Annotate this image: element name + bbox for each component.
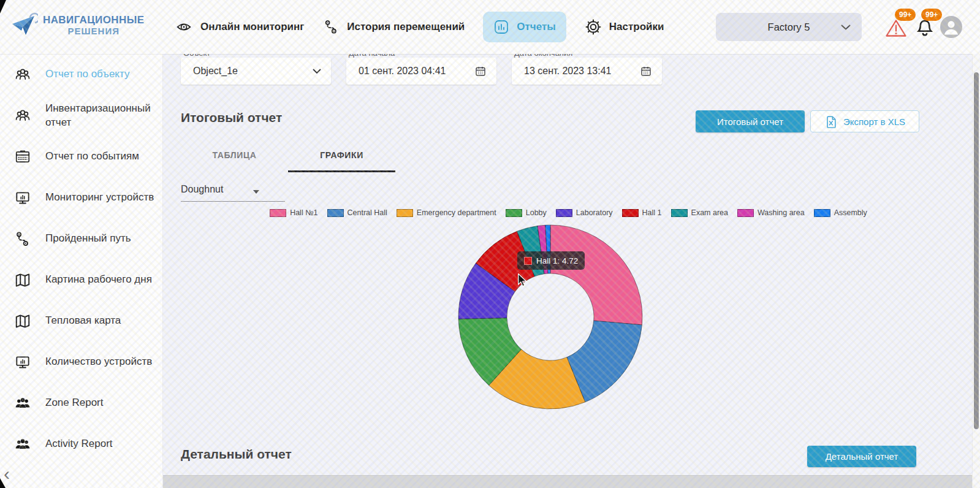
sidebar-item-events-report[interactable]: Отчет по событиям (0, 136, 162, 177)
gear-icon (585, 18, 602, 36)
nav-label: Отчеты (517, 21, 556, 33)
legend-label: Central Hall (348, 208, 387, 217)
tab-charts[interactable]: ГРАФИКИ (288, 141, 395, 169)
legend-swatch (622, 209, 639, 217)
chart-type-value: Doughnut (181, 184, 223, 194)
sidebar-item-label: Пройденный путь (45, 232, 157, 246)
factory-select-value: Factory 5 (768, 21, 810, 33)
bar-chart-icon (493, 19, 509, 35)
xls-file-icon (824, 115, 838, 129)
legend-label: Laboratory (576, 208, 613, 217)
content-area: Объект Дата начала Дата окончания Object… (163, 54, 980, 488)
active-tab-underline (288, 170, 395, 172)
logo[interactable]: НАВИГАЦИОННЫЕ РЕШЕНИЯ (10, 11, 145, 39)
monitor-chart-icon (13, 189, 32, 207)
button-label: Итоговый отчет (717, 116, 783, 127)
tab-table[interactable]: ТАБЛИЦА (181, 141, 288, 169)
doughnut-chart (452, 219, 648, 415)
detail-title: Детальный отчет (181, 447, 292, 462)
nav-movement-history[interactable]: История перемещений (322, 18, 465, 36)
legend-label: Hall 1 (642, 208, 662, 217)
legend-swatch (814, 209, 830, 217)
nav-label: История перемещений (347, 21, 465, 33)
table-edge (163, 475, 980, 488)
sidebar-item-activity-report[interactable]: Activity Report (0, 424, 162, 465)
sidebar-item-label: Отчет по объекту (45, 67, 157, 82)
summary-title: Итоговый отчет (181, 110, 282, 125)
caret-down-icon (253, 190, 259, 194)
sidebar-item-workday-picture[interactable]: Картина рабочего дня (0, 259, 162, 300)
legend-item[interactable]: Washing area (737, 208, 805, 217)
doughnut-slice[interactable] (550, 225, 642, 325)
legend-swatch (327, 209, 344, 217)
legend-swatch (506, 209, 522, 217)
nav-reports[interactable]: Отчеты (483, 12, 566, 42)
avatar[interactable] (940, 16, 962, 38)
chart-type-select[interactable]: Doughnut (181, 184, 285, 202)
sidebar-item-traveled-path[interactable]: Пройденный путь (0, 218, 162, 259)
sidebar-item-label: Activity Report (45, 437, 157, 451)
date-end-field[interactable]: 13 сент. 2023 13:41 (512, 58, 662, 85)
mouse-cursor (516, 273, 528, 287)
people-filled-icon (13, 436, 32, 453)
sidebar-item-object-report[interactable]: Отчет по объекту (0, 54, 162, 95)
sidebar-item-label: Инвентаризационный отчет (45, 102, 157, 130)
legend-label: Exam area (691, 208, 728, 217)
legend-swatch (397, 209, 413, 217)
tooltip-swatch (524, 257, 532, 265)
sidebar-collapse-chevron[interactable]: ‹ (4, 465, 10, 483)
people-outline-icon (13, 107, 32, 124)
legend-item[interactable]: Hall №1 (270, 208, 317, 217)
sidebar-item-heat-map[interactable]: Тепловая карта (0, 300, 162, 341)
chart-tooltip: Hall 1: 4.72 (517, 251, 585, 270)
calendar-icon[interactable] (474, 65, 487, 77)
calendar-icon[interactable] (640, 65, 652, 77)
legend-item[interactable]: Laboratory (556, 208, 613, 217)
sidebar-item-inventory-report[interactable]: Инвентаризационный отчет (0, 95, 162, 136)
date-start-field[interactable]: 01 сент. 2023 04:41 (346, 58, 496, 85)
sidebar-item-label: Тепловая карта (45, 314, 157, 328)
export-xls-button[interactable]: Экспорт в XLS (810, 110, 919, 132)
legend-item[interactable]: Exam area (671, 208, 728, 217)
legend-swatch (671, 209, 688, 217)
chart-legend: Hall №1Central HallEmergency departmentL… (163, 208, 974, 217)
detail-report-button[interactable]: Детальный отчет (807, 446, 916, 467)
factory-select[interactable]: Factory 5 (716, 13, 862, 41)
sidebar-item-label: Отчет по событиям (45, 150, 157, 164)
route-pin-icon (13, 231, 32, 248)
legend-item[interactable]: Lobby (506, 208, 547, 217)
chevron-down-icon (313, 69, 321, 74)
person-icon (940, 16, 962, 38)
sidebar-item-zone-report[interactable]: Zone Report (0, 383, 162, 424)
map-icon (13, 313, 32, 330)
button-label: Детальный отчет (826, 451, 898, 462)
eye-icon (175, 18, 193, 36)
legend-label: Lobby (526, 208, 547, 217)
warning-icon[interactable] (885, 18, 907, 39)
warning-badge: 99+ (895, 9, 916, 21)
legend-label: Emergency department (417, 208, 496, 217)
chevron-down-icon (841, 25, 851, 30)
sidebar-item-device-monitoring[interactable]: Мониторинг устройств (0, 177, 162, 218)
nav-online-monitoring[interactable]: Онлайн мониторинг (175, 18, 304, 36)
legend-item[interactable]: Hall 1 (622, 208, 662, 217)
route-icon (322, 18, 340, 36)
scrollbar-track[interactable] (972, 54, 980, 488)
legend-item[interactable]: Assembly (814, 208, 867, 217)
scrollbar-thumb[interactable] (974, 72, 979, 429)
legend-label: Hall №1 (290, 208, 317, 217)
brand-line2: РЕШЕНИЯ (43, 26, 145, 36)
legend-item[interactable]: Central Hall (327, 208, 387, 217)
map-icon (13, 272, 32, 289)
sidebar-item-device-count[interactable]: Количество устройств (0, 341, 162, 383)
brand-text: НАВИГАЦИОННЫЕ РЕШЕНИЯ (43, 14, 145, 37)
calendar-icon (13, 148, 32, 166)
legend-item[interactable]: Emergency department (397, 208, 496, 217)
summary-report-button[interactable]: Итоговый отчет (696, 110, 805, 132)
object-select[interactable]: Object_1e (181, 58, 331, 85)
sidebar-item-label: Картина рабочего дня (45, 273, 157, 287)
monitor-chart-icon (13, 354, 32, 371)
object-select-value: Object_1e (181, 66, 313, 77)
nav-label: Онлайн мониторинг (200, 21, 304, 33)
nav-settings[interactable]: Настройки (585, 18, 664, 36)
